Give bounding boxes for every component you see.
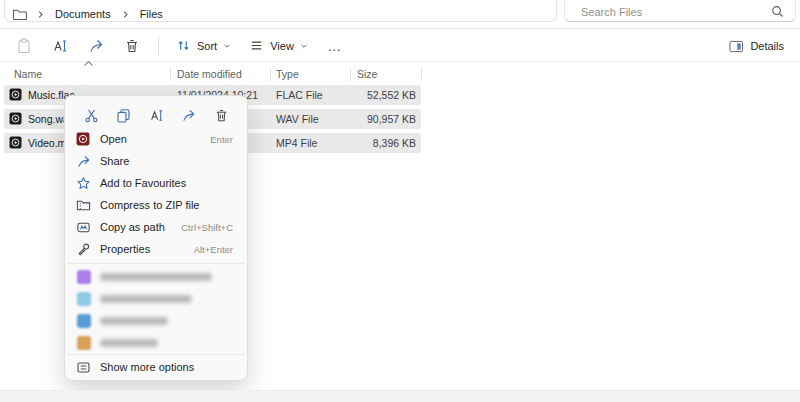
copy-button[interactable]	[111, 103, 137, 127]
menu-item-shortcut: Ctrl+Shift+C	[181, 222, 233, 233]
view-list-icon	[249, 38, 264, 53]
media-file-icon	[9, 136, 22, 149]
context-menu-item-show-more-options[interactable]: Show more options	[69, 357, 243, 379]
column-divider[interactable]	[350, 67, 351, 81]
view-label: View	[270, 40, 294, 52]
file-size: 90,957 KB	[350, 113, 416, 125]
chevron-right-icon	[121, 10, 130, 19]
column-header-date-modified[interactable]: Date modified	[177, 68, 242, 80]
rename-icon	[52, 38, 68, 54]
quick-actions-row	[65, 101, 247, 129]
breadcrumb-item-files[interactable]: Files	[139, 8, 164, 20]
star-icon	[76, 176, 91, 191]
rename-button[interactable]	[44, 33, 76, 59]
context-menu-item-compress-zip[interactable]: Compress to ZIP file	[69, 195, 243, 217]
menu-item-label: Share	[100, 155, 129, 167]
search-placeholder: Search Files	[581, 6, 642, 18]
navigation-bar: Documents Files Search Files	[0, 0, 800, 29]
redacted-label	[100, 273, 212, 281]
delete-button[interactable]	[116, 33, 148, 59]
redacted-app-icon	[77, 336, 91, 350]
show-more-options-icon	[76, 360, 91, 375]
cut-button[interactable]	[78, 103, 104, 127]
chevron-down-icon	[300, 42, 308, 50]
sort-icon	[176, 38, 191, 53]
context-menu-item-share[interactable]: Share	[69, 151, 243, 173]
media-player-icon	[76, 132, 90, 146]
column-header-size[interactable]: Size	[357, 68, 377, 80]
menu-item-label: Open	[100, 133, 127, 145]
sort-button[interactable]: Sort	[169, 33, 238, 59]
search-icon	[771, 5, 784, 18]
trash-icon	[124, 38, 140, 54]
context-menu-item-copy-as-path[interactable]: Copy as path Ctrl+Shift+C	[69, 217, 243, 239]
menu-item-shortcut: Alt+Enter	[194, 244, 233, 255]
see-more-button[interactable]: …	[319, 33, 351, 59]
bottom-strip	[0, 390, 800, 402]
context-menu: Open Enter Share Add to Favourites Compr…	[64, 95, 248, 381]
media-file-icon	[9, 88, 22, 101]
menu-item-label: Properties	[100, 243, 150, 255]
context-menu-item-properties[interactable]: Properties Alt+Enter	[69, 239, 243, 261]
view-button[interactable]: View	[242, 33, 315, 59]
sort-label: Sort	[197, 40, 217, 52]
context-menu-item-add-to-favourites[interactable]: Add to Favourites	[69, 173, 243, 195]
file-size: 52,552 KB	[350, 89, 416, 101]
paste-icon	[16, 38, 32, 54]
context-menu-item-open[interactable]: Open Enter	[69, 129, 243, 151]
redacted-label	[100, 339, 158, 347]
column-header-name[interactable]: Name	[14, 68, 42, 80]
file-type: MP4 File	[276, 137, 317, 149]
redacted-menu-item[interactable]	[69, 289, 243, 309]
delete-button[interactable]	[208, 103, 234, 127]
redacted-menu-item[interactable]	[69, 267, 243, 287]
redacted-app-icon	[77, 314, 91, 328]
zip-folder-icon	[76, 198, 91, 213]
redacted-menu-item[interactable]	[69, 311, 243, 331]
column-divider[interactable]	[170, 67, 171, 81]
menu-divider	[67, 354, 245, 355]
menu-divider	[67, 263, 245, 264]
share-button[interactable]	[176, 103, 202, 127]
menu-item-label: Compress to ZIP file	[100, 199, 199, 211]
redacted-label	[100, 317, 168, 325]
media-file-icon	[9, 112, 22, 125]
toolbar-divider	[158, 37, 159, 55]
ellipsis-icon: …	[327, 41, 342, 51]
chevron-down-icon	[223, 42, 231, 50]
copy-icon	[116, 108, 131, 123]
redacted-label	[100, 295, 192, 303]
file-size: 8,396 KB	[350, 137, 416, 149]
search-input[interactable]: Search Files	[564, 0, 796, 22]
column-divider[interactable]	[270, 67, 271, 81]
column-header-type[interactable]: Type	[276, 68, 299, 80]
details-pane-button[interactable]: Details	[721, 33, 792, 59]
properties-wrench-icon	[76, 242, 91, 257]
paste-button[interactable]	[8, 33, 40, 59]
details-label: Details	[750, 40, 784, 52]
scissors-icon	[84, 108, 99, 123]
file-type: WAV File	[276, 113, 319, 125]
share-icon	[76, 154, 91, 169]
file-type: FLAC File	[276, 89, 323, 101]
column-divider[interactable]	[421, 67, 422, 81]
sort-ascending-caret-icon	[83, 60, 94, 67]
menu-item-shortcut: Enter	[210, 134, 233, 145]
breadcrumb-item-documents[interactable]: Documents	[54, 8, 112, 20]
command-toolbar: Sort View …	[0, 30, 800, 62]
details-pane-icon	[729, 40, 744, 53]
chevron-right-icon	[36, 10, 45, 19]
folder-icon	[12, 7, 27, 21]
redacted-app-icon	[77, 292, 91, 306]
breadcrumb: Documents Files	[12, 6, 164, 22]
redacted-menu-item[interactable]	[69, 333, 243, 353]
share-button[interactable]	[80, 33, 112, 59]
rename-button[interactable]	[143, 103, 169, 127]
trash-icon	[214, 108, 229, 123]
share-icon	[181, 108, 196, 123]
rename-icon	[149, 108, 164, 123]
redacted-app-icon	[77, 270, 91, 284]
copy-path-icon	[76, 220, 91, 235]
menu-item-label: Show more options	[100, 361, 194, 373]
menu-item-label: Add to Favourites	[100, 177, 186, 189]
